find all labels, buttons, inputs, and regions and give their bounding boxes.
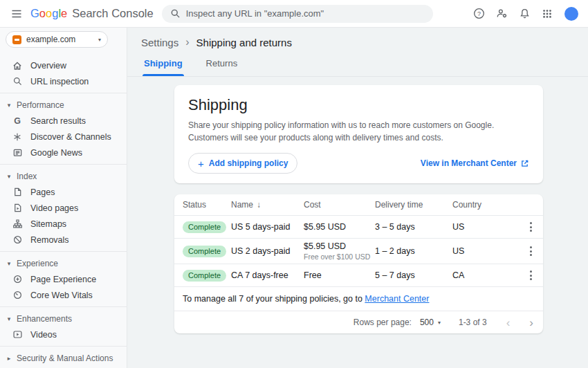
view-in-merchant-center-link[interactable]: View in Merchant Center xyxy=(421,158,529,168)
search-icon xyxy=(12,76,23,86)
sidebar-section-index[interactable]: ▾ Index xyxy=(0,168,127,184)
plus-icon: + xyxy=(198,158,204,169)
kebab-menu-icon[interactable] xyxy=(527,243,535,259)
column-header-delivery-time[interactable]: Delivery time xyxy=(375,200,452,210)
tab-bar: Shipping Returns xyxy=(127,48,588,77)
property-label: example.com xyxy=(26,35,93,44)
sidebar-item-overview[interactable]: Overview xyxy=(0,57,127,73)
kebab-menu-icon[interactable] xyxy=(527,268,535,283)
chevron-right-icon: › xyxy=(185,36,189,48)
chevron-right-icon: ▸ xyxy=(6,355,12,362)
add-shipping-policy-button[interactable]: + Add shipping policy xyxy=(188,153,297,174)
pages-icon xyxy=(12,187,23,197)
merchant-center-link[interactable]: Merchant Center xyxy=(365,294,429,304)
tab-returns[interactable]: Returns xyxy=(205,58,239,76)
divider xyxy=(0,306,127,307)
status-badge: Complete xyxy=(183,221,226,233)
divider xyxy=(0,93,127,93)
shipping-intro-card: Shipping Share your shipping policy info… xyxy=(174,85,543,183)
table-footer-note: To manage all 7 of your shipping policie… xyxy=(174,287,543,311)
sidebar-item-search-results[interactable]: G Search results xyxy=(0,113,127,129)
video-page-icon xyxy=(12,203,23,213)
shipping-policies-table-card: Status Name ↓ Cost Delivery time Country… xyxy=(174,194,543,333)
table-row: Complete US 2 days-paid $5.95 USD Free o… xyxy=(174,239,543,264)
sidebar-item-page-experience[interactable]: Page Experience xyxy=(0,271,127,287)
property-selector[interactable]: example.com ▾ xyxy=(6,31,108,48)
news-icon xyxy=(12,147,23,158)
column-header-country[interactable]: Country xyxy=(452,200,515,210)
sidebar-item-google-news[interactable]: Google News xyxy=(0,145,127,160)
url-inspection-input[interactable] xyxy=(186,8,433,19)
sidebar-section-enhancements[interactable]: ▾ Enhancements xyxy=(0,311,127,326)
speedometer-icon xyxy=(12,290,23,300)
sidebar-item-core-web-vitals[interactable]: Core Web Vitals xyxy=(0,287,127,303)
rows-per-page-label: Rows per page: xyxy=(353,318,412,327)
kebab-menu-icon[interactable] xyxy=(527,219,535,234)
chevron-down-icon: ▾ xyxy=(6,315,12,322)
previous-page-icon[interactable]: ‹ xyxy=(506,317,511,329)
external-link-icon xyxy=(520,159,529,168)
chevron-down-icon: ▾ xyxy=(98,37,101,43)
table-header-row: Status Name ↓ Cost Delivery time Country xyxy=(174,194,543,216)
policy-cost: $5.95 USD xyxy=(304,222,375,232)
removals-blocked-icon xyxy=(12,234,23,245)
sidebar-item-discover[interactable]: Discover & Channels xyxy=(0,129,127,145)
home-icon xyxy=(12,60,23,71)
sidebar-nav: Overview URL inspection ▾ Performance G … xyxy=(0,57,127,366)
policy-name: CA 7 days-free xyxy=(231,270,304,280)
chevron-down-icon: ▾ xyxy=(6,102,12,109)
policy-delivery: 1 – 2 days xyxy=(375,246,452,256)
policy-country: US xyxy=(452,246,515,256)
url-inspection-searchbar[interactable] xyxy=(162,5,433,23)
sidebar-item-videos[interactable]: Videos xyxy=(0,326,127,342)
card-description: Share your shipping policy information w… xyxy=(188,119,512,144)
pagination-range: 1-3 of 3 xyxy=(459,318,487,327)
rows-per-page-select[interactable]: 500 ▾ xyxy=(420,318,441,327)
sidebar-item-sitemaps[interactable]: Sitemaps xyxy=(0,216,127,232)
product-name: Search Console xyxy=(72,8,153,19)
breadcrumb-settings[interactable]: Settings xyxy=(141,37,178,48)
policy-cost: Free xyxy=(304,270,375,280)
sidebar-section-experience[interactable]: ▾ Experience xyxy=(0,255,127,271)
policy-delivery: 5 – 7 days xyxy=(375,270,452,280)
sidebar-item-removals[interactable]: Removals xyxy=(0,232,127,248)
column-header-status[interactable]: Status xyxy=(183,200,231,210)
google-logo[interactable]: Google Search Console xyxy=(30,8,154,19)
status-badge: Complete xyxy=(183,246,226,257)
property-icon xyxy=(12,35,21,44)
chevron-down-icon: ▾ xyxy=(438,320,441,326)
column-header-cost[interactable]: Cost xyxy=(304,200,375,210)
top-app-bar: Google Search Console ? xyxy=(0,0,588,28)
google-g-icon: G xyxy=(12,116,23,126)
page-experience-icon xyxy=(12,274,23,284)
chevron-down-icon: ▾ xyxy=(6,260,12,267)
sidebar: example.com ▾ Overview URL inspection ▾ … xyxy=(0,28,127,368)
apps-grid-icon[interactable] xyxy=(538,4,557,24)
sidebar-item-pages[interactable]: Pages xyxy=(0,184,127,200)
user-settings-icon[interactable] xyxy=(492,4,511,24)
help-icon[interactable]: ? xyxy=(469,4,488,24)
sidebar-item-video-pages[interactable]: Video pages xyxy=(0,200,127,216)
account-avatar[interactable] xyxy=(564,7,578,21)
hamburger-menu-icon[interactable] xyxy=(7,4,26,24)
search-icon xyxy=(170,8,181,19)
policy-name: US 2 days-paid xyxy=(231,246,304,256)
main-content: Settings › Shipping and returns Shipping… xyxy=(127,28,588,368)
sort-desc-icon: ↓ xyxy=(257,200,261,210)
sitemap-icon xyxy=(12,219,23,229)
sidebar-item-url-inspection[interactable]: URL inspection xyxy=(0,73,127,89)
sidebar-section-performance[interactable]: ▾ Performance xyxy=(0,97,127,113)
divider xyxy=(0,251,127,252)
next-page-icon[interactable]: › xyxy=(529,317,533,329)
policy-cost: $5.95 USD xyxy=(304,241,375,251)
policy-cost-note: Free over $100 USD xyxy=(304,252,375,261)
sparkle-icon xyxy=(12,132,23,142)
policy-country: CA xyxy=(452,270,515,280)
notifications-bell-icon[interactable] xyxy=(515,4,534,24)
table-row: Complete US 5 days-paid $5.95 USD 3 – 5 … xyxy=(174,216,543,239)
column-header-name[interactable]: Name ↓ xyxy=(231,200,304,210)
sidebar-section-security[interactable]: ▸ Security & Manual Actions xyxy=(0,350,127,366)
status-badge: Complete xyxy=(183,270,226,282)
table-row: Complete CA 7 days-free Free 5 – 7 days … xyxy=(174,264,543,287)
tab-shipping[interactable]: Shipping xyxy=(143,58,184,76)
